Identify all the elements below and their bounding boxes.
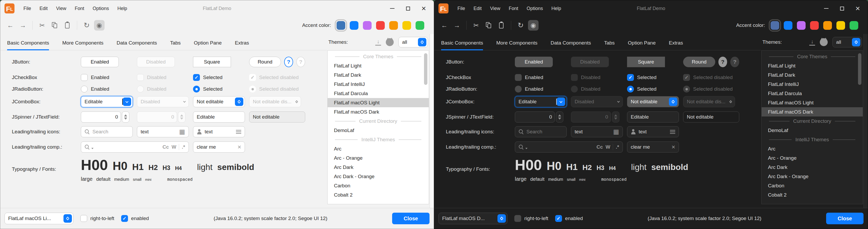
back-icon[interactable] [439, 20, 450, 31]
window-scrollbar[interactable] [430, 34, 434, 208]
combobox-arrows-button[interactable] [669, 97, 677, 106]
tab-more-components[interactable]: More Components [62, 34, 103, 50]
download-icon[interactable] [375, 39, 381, 46]
tab-extras[interactable]: Extras [669, 34, 683, 50]
tab-tabs[interactable]: Tabs [170, 34, 181, 50]
theme-item[interactable]: FlatLaf macOS Dark [328, 107, 429, 116]
menu-view[interactable]: View [486, 4, 504, 13]
checkbox-enabled[interactable]: Enabled [515, 74, 543, 81]
theme-item[interactable]: FlatLaf Dark [328, 70, 429, 80]
enabled-button[interactable]: Enabled [515, 57, 553, 67]
close-window-button[interactable] [416, 3, 432, 14]
github-icon[interactable] [386, 38, 394, 46]
text-field-user[interactable]: text [193, 126, 245, 137]
textfield-editable[interactable]: Editable [193, 112, 245, 122]
menu-edit[interactable]: Edit [35, 4, 52, 13]
accent-swatch-blue[interactable] [350, 21, 359, 30]
spinner-arrows[interactable] [122, 112, 129, 122]
theme-item[interactable]: Carbon [762, 181, 863, 190]
accent-swatch-green[interactable] [849, 21, 858, 30]
cut-icon[interactable] [37, 20, 48, 31]
theme-item[interactable]: FlatLaf Darcula [762, 89, 863, 98]
checkbox-selected[interactable]: Selected [193, 74, 222, 81]
search-input[interactable]: Search [81, 126, 133, 137]
themes-filter-combobox[interactable]: all [398, 37, 428, 48]
menu-options[interactable]: Options [89, 4, 113, 13]
github-icon[interactable] [820, 38, 828, 46]
tab-option-pane[interactable]: Option Pane [194, 34, 222, 50]
minimize-button[interactable] [384, 3, 400, 14]
menu-font[interactable]: Font [70, 4, 89, 13]
combobox-arrows-button[interactable] [63, 214, 72, 223]
theme-item[interactable]: Carbon [328, 181, 429, 190]
accent-swatch-orange[interactable] [823, 21, 832, 30]
list-icon[interactable] [670, 130, 675, 134]
copy-icon[interactable] [50, 20, 60, 31]
clearable-input[interactable]: clear me [627, 142, 679, 152]
theme-item[interactable]: FlatLaf macOS Light [328, 98, 429, 107]
enabled-button[interactable]: Enabled [81, 57, 119, 67]
menu-font[interactable]: Font [504, 4, 523, 13]
right-to-left-checkbox[interactable]: right-to-left [80, 215, 114, 222]
textfield-editable[interactable]: Editable [627, 112, 679, 122]
theme-item[interactable]: Arc Dark - Orange [328, 172, 429, 181]
scrollbar-thumb[interactable] [858, 53, 861, 85]
theme-item[interactable]: DemoLaf [328, 126, 429, 135]
menu-options[interactable]: Options [523, 4, 547, 13]
text-field-user[interactable]: text [627, 126, 679, 137]
accent-swatch-yellow[interactable] [402, 21, 411, 30]
enabled-checkbox[interactable]: enabled [555, 215, 583, 222]
forward-icon[interactable] [452, 20, 462, 31]
text-field-calendar[interactable]: text [137, 126, 189, 137]
theme-item[interactable]: Arc Dark [328, 163, 429, 172]
combobox-editable[interactable]: Editable [81, 96, 133, 107]
menu-help[interactable]: Help [113, 4, 131, 13]
combobox-arrow-button[interactable] [123, 97, 131, 106]
theme-item[interactable]: FlatLaf Light [328, 61, 429, 70]
whole-word-button[interactable]: W [606, 144, 610, 150]
paste-icon[interactable] [62, 20, 73, 31]
accent-swatch-purple[interactable] [797, 21, 806, 30]
combobox-arrow-button[interactable] [557, 97, 565, 106]
theme-item[interactable]: FlatLaf Light [762, 61, 863, 70]
forward-icon[interactable] [18, 20, 28, 31]
theme-item[interactable]: FlatLaf macOS Dark [762, 107, 863, 116]
tab-data-components[interactable]: Data Components [551, 34, 591, 50]
accent-swatch-orange[interactable] [389, 21, 398, 30]
window-scrollbar[interactable] [864, 34, 868, 208]
theme-item[interactable]: Arc Dark [762, 163, 863, 172]
accent-swatch-default[interactable] [771, 21, 779, 30]
themes-filter-combobox[interactable]: all [832, 37, 862, 48]
accent-swatch-purple[interactable] [363, 21, 372, 30]
tab-option-pane[interactable]: Option Pane [628, 34, 656, 50]
back-icon[interactable] [5, 20, 16, 31]
show-hidden-icon[interactable] [528, 20, 538, 31]
tab-basic-components[interactable]: Basic Components [7, 34, 49, 50]
clearable-input[interactable]: clear me [193, 142, 245, 152]
square-button[interactable]: Square [193, 57, 231, 67]
spinner-input[interactable]: 0 [81, 112, 121, 122]
checkbox-enabled[interactable]: Enabled [81, 74, 109, 81]
combobox-arrows-button[interactable] [852, 38, 860, 47]
checkbox-selected[interactable]: Selected [627, 74, 656, 81]
laf-combobox[interactable]: FlatLaf macOS Li... [4, 213, 73, 224]
match-case-button[interactable]: Cc [162, 144, 169, 150]
menu-view[interactable]: View [52, 4, 70, 13]
copy-icon[interactable] [484, 20, 494, 31]
maximize-button[interactable] [400, 3, 416, 14]
square-button[interactable]: Square [627, 57, 665, 67]
clear-icon[interactable] [672, 144, 675, 150]
round-button[interactable]: Round [249, 57, 281, 67]
close-button[interactable]: Close [392, 213, 430, 224]
combobox-arrows-button[interactable] [235, 97, 243, 106]
accent-swatch-green[interactable] [415, 21, 424, 30]
enabled-checkbox[interactable]: enabled [121, 215, 149, 222]
regex-button[interactable]: .* [182, 144, 185, 150]
combobox-not-editable[interactable]: Not editable [627, 96, 679, 107]
list-icon[interactable] [236, 130, 241, 134]
combobox-arrows-button[interactable] [418, 38, 426, 47]
paste-icon[interactable] [496, 20, 507, 31]
tab-data-components[interactable]: Data Components [117, 34, 157, 50]
menu-file[interactable]: File [453, 4, 469, 13]
cut-icon[interactable] [471, 20, 482, 31]
